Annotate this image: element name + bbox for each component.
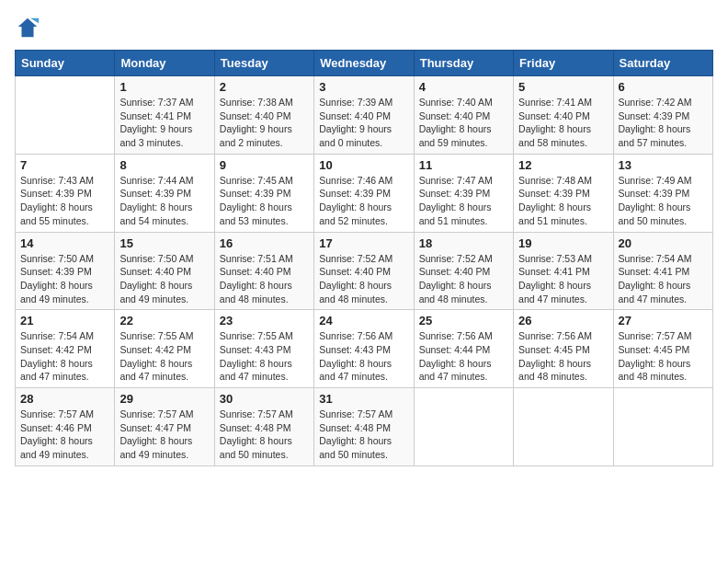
day-cell: 25Sunrise: 7:56 AMSunset: 4:44 PMDayligh… — [414, 310, 513, 388]
day-cell: 14Sunrise: 7:50 AMSunset: 4:39 PMDayligh… — [16, 232, 115, 310]
day-number: 21 — [20, 314, 109, 327]
day-cell: 13Sunrise: 7:49 AMSunset: 4:39 PMDayligh… — [613, 154, 712, 232]
day-number: 15 — [119, 236, 209, 250]
day-cell: 21Sunrise: 7:54 AMSunset: 4:42 PMDayligh… — [16, 310, 115, 388]
day-cell: 19Sunrise: 7:53 AMSunset: 4:41 PMDayligh… — [514, 232, 613, 310]
day-info: Sunrise: 7:56 AMSunset: 4:45 PMDaylight:… — [518, 329, 608, 384]
day-cell: 30Sunrise: 7:57 AMSunset: 4:48 PMDayligh… — [214, 388, 313, 466]
day-info: Sunrise: 7:50 AMSunset: 4:39 PMDaylight:… — [20, 252, 109, 306]
day-number: 10 — [319, 158, 408, 172]
day-info: Sunrise: 7:57 AMSunset: 4:46 PMDaylight:… — [20, 408, 109, 462]
day-cell: 9Sunrise: 7:45 AMSunset: 4:39 PMDaylight… — [214, 154, 313, 232]
day-number: 31 — [319, 392, 408, 406]
day-number: 1 — [119, 80, 209, 94]
day-number: 26 — [518, 314, 608, 327]
day-cell: 20Sunrise: 7:54 AMSunset: 4:41 PMDayligh… — [613, 232, 712, 310]
day-number: 5 — [518, 80, 608, 94]
day-cell: 24Sunrise: 7:56 AMSunset: 4:43 PMDayligh… — [314, 310, 414, 388]
calendar-table: SundayMondayTuesdayWednesdayThursdayFrid… — [15, 50, 713, 466]
day-info: Sunrise: 7:40 AMSunset: 4:40 PMDaylight:… — [419, 96, 508, 150]
day-info: Sunrise: 7:39 AMSunset: 4:40 PMDaylight:… — [319, 96, 408, 150]
day-info: Sunrise: 7:55 AMSunset: 4:43 PMDaylight:… — [220, 329, 309, 384]
day-number: 11 — [419, 158, 508, 172]
day-info: Sunrise: 7:38 AMSunset: 4:40 PMDaylight:… — [220, 96, 309, 150]
day-number: 3 — [319, 80, 408, 94]
day-number: 12 — [518, 158, 608, 172]
day-info: Sunrise: 7:52 AMSunset: 4:40 PMDaylight:… — [319, 252, 408, 306]
day-cell: 11Sunrise: 7:47 AMSunset: 4:39 PMDayligh… — [414, 154, 513, 232]
day-cell: 5Sunrise: 7:41 AMSunset: 4:40 PMDaylight… — [514, 76, 613, 155]
day-info: Sunrise: 7:51 AMSunset: 4:40 PMDaylight:… — [220, 252, 309, 306]
day-header-friday: Friday — [514, 51, 613, 76]
day-number: 20 — [619, 236, 708, 250]
day-cell: 28Sunrise: 7:57 AMSunset: 4:46 PMDayligh… — [16, 388, 115, 466]
day-header-sunday: Sunday — [16, 51, 115, 76]
day-number: 22 — [119, 314, 209, 327]
header-row: SundayMondayTuesdayWednesdayThursdayFrid… — [16, 51, 713, 76]
day-info: Sunrise: 7:57 AMSunset: 4:47 PMDaylight:… — [119, 408, 209, 462]
logo-icon — [15, 15, 40, 40]
day-info: Sunrise: 7:41 AMSunset: 4:40 PMDaylight:… — [518, 96, 608, 150]
day-cell: 23Sunrise: 7:55 AMSunset: 4:43 PMDayligh… — [214, 310, 313, 388]
day-number: 27 — [619, 314, 708, 327]
day-cell: 1Sunrise: 7:37 AMSunset: 4:41 PMDaylight… — [115, 76, 214, 155]
day-cell: 31Sunrise: 7:57 AMSunset: 4:48 PMDayligh… — [314, 388, 414, 466]
week-row-1: 1Sunrise: 7:37 AMSunset: 4:41 PMDaylight… — [16, 76, 713, 155]
day-cell: 7Sunrise: 7:43 AMSunset: 4:39 PMDaylight… — [16, 154, 115, 232]
day-info: Sunrise: 7:56 AMSunset: 4:44 PMDaylight:… — [419, 329, 508, 384]
day-cell: 29Sunrise: 7:57 AMSunset: 4:47 PMDayligh… — [115, 388, 214, 466]
day-number: 25 — [419, 314, 508, 327]
day-number: 17 — [319, 236, 408, 250]
day-number: 4 — [419, 80, 508, 94]
day-info: Sunrise: 7:57 AMSunset: 4:48 PMDaylight:… — [220, 408, 309, 462]
day-number: 18 — [419, 236, 508, 250]
logo — [15, 15, 44, 40]
day-cell: 27Sunrise: 7:57 AMSunset: 4:45 PMDayligh… — [613, 310, 712, 388]
day-info: Sunrise: 7:54 AMSunset: 4:42 PMDaylight:… — [20, 329, 109, 384]
day-info: Sunrise: 7:50 AMSunset: 4:40 PMDaylight:… — [119, 252, 209, 306]
day-cell — [16, 76, 115, 155]
day-number: 28 — [20, 392, 109, 406]
day-info: Sunrise: 7:52 AMSunset: 4:40 PMDaylight:… — [419, 252, 508, 306]
day-cell: 4Sunrise: 7:40 AMSunset: 4:40 PMDaylight… — [414, 76, 513, 155]
day-number: 30 — [220, 392, 309, 406]
day-header-thursday: Thursday — [414, 51, 513, 76]
day-info: Sunrise: 7:37 AMSunset: 4:41 PMDaylight:… — [119, 96, 209, 150]
day-cell — [613, 388, 712, 466]
day-number: 19 — [518, 236, 608, 250]
day-info: Sunrise: 7:42 AMSunset: 4:39 PMDaylight:… — [619, 96, 708, 150]
day-cell — [414, 388, 513, 466]
day-number: 14 — [20, 236, 109, 250]
day-info: Sunrise: 7:43 AMSunset: 4:39 PMDaylight:… — [20, 174, 109, 228]
svg-marker-0 — [18, 18, 38, 38]
day-number: 23 — [220, 314, 309, 327]
day-cell: 2Sunrise: 7:38 AMSunset: 4:40 PMDaylight… — [214, 76, 313, 155]
day-info: Sunrise: 7:48 AMSunset: 4:39 PMDaylight:… — [518, 174, 608, 228]
week-row-2: 7Sunrise: 7:43 AMSunset: 4:39 PMDaylight… — [16, 154, 713, 232]
day-cell: 6Sunrise: 7:42 AMSunset: 4:39 PMDaylight… — [613, 76, 712, 155]
page-header — [15, 15, 713, 40]
day-header-tuesday: Tuesday — [214, 51, 313, 76]
day-header-monday: Monday — [115, 51, 214, 76]
day-number: 29 — [119, 392, 209, 406]
day-number: 7 — [20, 158, 109, 172]
week-row-4: 21Sunrise: 7:54 AMSunset: 4:42 PMDayligh… — [16, 310, 713, 388]
day-info: Sunrise: 7:56 AMSunset: 4:43 PMDaylight:… — [319, 329, 408, 384]
day-info: Sunrise: 7:47 AMSunset: 4:39 PMDaylight:… — [419, 174, 508, 228]
day-info: Sunrise: 7:55 AMSunset: 4:42 PMDaylight:… — [119, 329, 209, 384]
day-number: 24 — [319, 314, 408, 327]
week-row-5: 28Sunrise: 7:57 AMSunset: 4:46 PMDayligh… — [16, 388, 713, 466]
day-cell: 26Sunrise: 7:56 AMSunset: 4:45 PMDayligh… — [514, 310, 613, 388]
day-info: Sunrise: 7:53 AMSunset: 4:41 PMDaylight:… — [518, 252, 608, 306]
day-number: 6 — [619, 80, 708, 94]
day-number: 2 — [220, 80, 309, 94]
day-cell: 22Sunrise: 7:55 AMSunset: 4:42 PMDayligh… — [115, 310, 214, 388]
day-info: Sunrise: 7:54 AMSunset: 4:41 PMDaylight:… — [619, 252, 708, 306]
day-cell: 12Sunrise: 7:48 AMSunset: 4:39 PMDayligh… — [514, 154, 613, 232]
day-header-saturday: Saturday — [613, 51, 712, 76]
day-cell — [514, 388, 613, 466]
day-info: Sunrise: 7:44 AMSunset: 4:39 PMDaylight:… — [119, 174, 209, 228]
day-info: Sunrise: 7:49 AMSunset: 4:39 PMDaylight:… — [619, 174, 708, 228]
day-cell: 18Sunrise: 7:52 AMSunset: 4:40 PMDayligh… — [414, 232, 513, 310]
day-cell: 10Sunrise: 7:46 AMSunset: 4:39 PMDayligh… — [314, 154, 414, 232]
